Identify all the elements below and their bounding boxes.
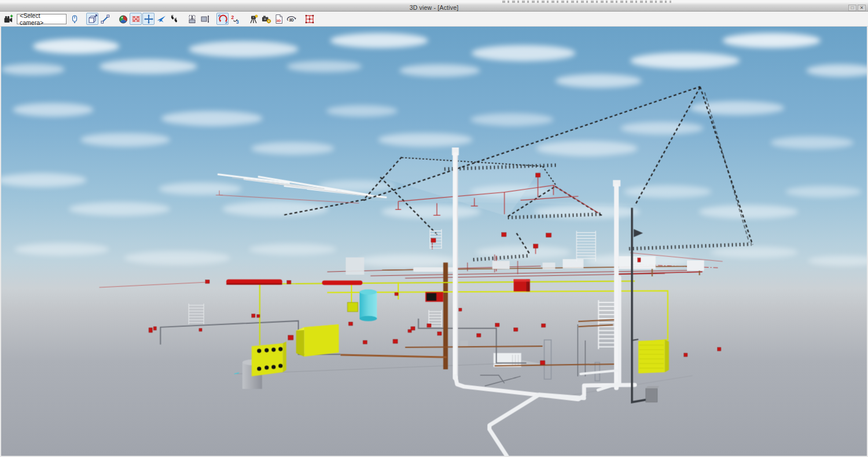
convert-2d-3d-button[interactable]: 2 3 [229, 13, 241, 25]
orbit-3d-icon: 3D [286, 14, 297, 24]
camera-tripod-button[interactable] [247, 13, 259, 25]
yellow-cabinet-right [638, 340, 669, 374]
window-controls: □ ✕ [848, 5, 866, 11]
close-button[interactable]: ✕ [858, 5, 866, 11]
pan-cross-icon [144, 14, 154, 24]
zoom-window-button[interactable] [99, 13, 111, 25]
box-up-arrow-icon [187, 14, 197, 24]
zoom-extents-button[interactable] [86, 13, 98, 25]
rotate-view-button[interactable] [216, 13, 229, 25]
clipped-title-text [502, 1, 671, 3]
storey-up-button[interactable] [186, 13, 198, 25]
svg-text:3: 3 [236, 19, 239, 24]
export-3d-pdf-button[interactable]: 3D [273, 13, 285, 25]
brick-wall-icon [131, 14, 141, 24]
orbit-3d-button[interactable]: 3D [285, 13, 297, 25]
window-titlebar: 3D view - [Active] □ ✕ [0, 3, 868, 12]
color-sphere-icon [118, 14, 128, 24]
timber-column [443, 263, 448, 370]
svg-text:3D: 3D [276, 19, 281, 22]
footsteps-icon [169, 14, 179, 24]
window-title: 3D view - [Active] [410, 4, 459, 11]
toolbar: <Select camera> [0, 12, 868, 27]
yellow-cabinet-large [296, 325, 339, 357]
cyan-vessel [359, 289, 377, 321]
snapshot-settings-button[interactable] [260, 13, 272, 25]
restore-button[interactable]: □ [848, 5, 856, 11]
walk-mode-button[interactable] [168, 13, 180, 25]
mouse-pointer-icon [69, 14, 80, 24]
wire-grid-button[interactable] [303, 13, 315, 25]
page-3d-icon: 3D [274, 14, 284, 24]
airplane-icon [156, 14, 167, 24]
camera-gear-icon [261, 14, 271, 24]
cube-arrow-icon [87, 14, 98, 24]
select-camera-button[interactable] [2, 13, 14, 25]
svg-text:3D: 3D [289, 18, 294, 22]
camera-select-combobox[interactable]: <Select camera> [17, 14, 67, 24]
camera-select-value: <Select camera> [20, 12, 64, 26]
tripod-camera-icon [248, 14, 259, 24]
red-grid-icon [304, 14, 315, 24]
red-rotate-arrow-icon [218, 14, 228, 24]
show-textures-button[interactable] [130, 13, 142, 25]
storey-fit-button[interactable] [198, 13, 211, 25]
svg-text:2: 2 [231, 14, 234, 20]
box-updown-arrow-icon [200, 14, 210, 24]
two-three-arrow-icon: 2 3 [230, 14, 241, 24]
red-panel-black-screen [425, 292, 443, 302]
fly-mode-button[interactable] [155, 13, 167, 25]
red-equipment-box [514, 279, 530, 292]
diagonal-handles-icon [100, 14, 111, 24]
viewpoint-marker-button[interactable] [68, 13, 80, 25]
video-camera-add-icon [3, 14, 14, 24]
distribution-board [252, 342, 286, 377]
render-colors-button[interactable] [117, 13, 129, 25]
scene-3d [1, 27, 867, 456]
viewport-3d[interactable] [0, 27, 868, 457]
pan-mode-button[interactable] [142, 13, 155, 25]
